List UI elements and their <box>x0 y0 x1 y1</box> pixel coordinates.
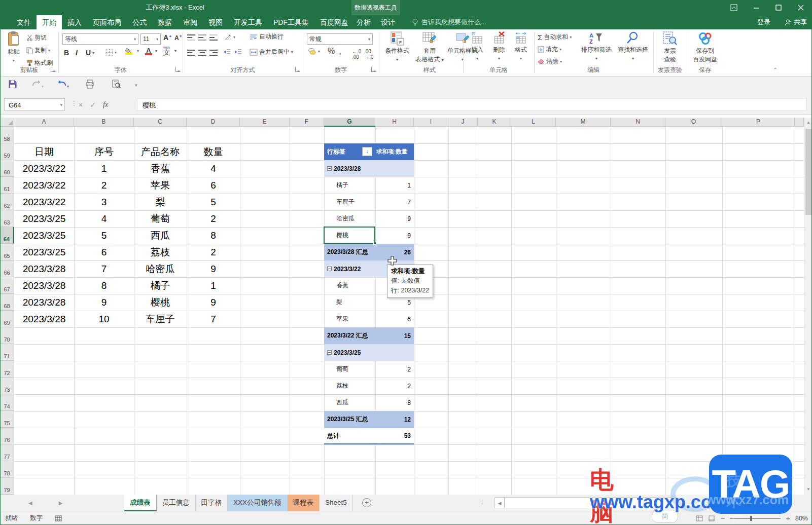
cancel-entry-icon[interactable]: × <box>79 101 83 109</box>
bold-button[interactable]: B <box>64 49 69 57</box>
column-header-A[interactable]: A <box>14 118 74 127</box>
data-cell[interactable]: 6 <box>187 177 240 194</box>
pivot-subtotal-row[interactable]: 2023/3/25 汇总12 <box>324 411 414 428</box>
row-header-64[interactable]: 64 <box>0 227 14 244</box>
align-center-icon[interactable] <box>198 49 207 57</box>
data-header-cell[interactable]: 数量 <box>187 143 240 160</box>
data-cell[interactable]: 哈密瓜 <box>134 260 187 277</box>
horizontal-scroll-track[interactable] <box>505 497 677 508</box>
data-cell[interactable]: 苹果 <box>134 177 187 194</box>
pivot-item-value[interactable]: 8 <box>375 394 414 411</box>
clipboard-dialog-launcher[interactable] <box>51 67 56 72</box>
pivot-subtotal-row[interactable]: 2023/3/22 汇总15 <box>324 327 414 344</box>
menu-tab-百度网盘[interactable]: 百度网盘 <box>314 15 354 29</box>
pivot-item-label[interactable]: 西瓜 <box>324 394 375 411</box>
data-header-cell[interactable]: 日期 <box>14 143 74 160</box>
pivot-item-value[interactable]: 2 <box>375 378 414 394</box>
column-header-I[interactable]: I <box>414 118 448 127</box>
insert-function-icon[interactable]: fx <box>103 101 108 109</box>
row-header-78[interactable]: 78 <box>0 461 14 478</box>
scroll-down-icon[interactable]: ▼ <box>805 485 812 494</box>
pivot-value-header[interactable]: 求和项:数量 <box>375 143 414 160</box>
menu-tab-视图[interactable]: 视图 <box>203 15 228 29</box>
column-header-B[interactable]: B <box>74 118 134 127</box>
data-cell[interactable]: 2 <box>187 210 240 227</box>
column-header-K[interactable]: K <box>478 118 511 127</box>
sheet-tab-XXX公司销售额[interactable]: XXX公司销售额 <box>228 495 288 511</box>
insert-cells-button[interactable]: 插入▾ <box>467 31 487 61</box>
pivot-item-value[interactable]: 6 <box>375 311 414 327</box>
clear-button[interactable]: 清除▾ <box>538 57 562 66</box>
row-header-70[interactable]: 70 <box>0 327 14 344</box>
row-header-76[interactable]: 76 <box>0 428 14 444</box>
collapse-icon[interactable] <box>327 350 332 355</box>
data-cell[interactable]: 2023/3/25 <box>14 210 74 227</box>
data-cell[interactable]: 葡萄 <box>134 210 187 227</box>
tabstrip-divider[interactable]: ⋮ <box>479 499 485 505</box>
sheet-tab-田字格[interactable]: 田字格 <box>196 495 228 511</box>
pivot-item-label[interactable]: 橘子 <box>324 177 375 194</box>
conditional-formatting-button[interactable]: ≠ 条件格式▾ <box>382 31 412 62</box>
data-cell[interactable]: 2023/3/28 <box>14 260 74 277</box>
close-button[interactable] <box>790 0 812 15</box>
decrease-font-button[interactable]: A▼ <box>174 34 183 42</box>
sheet-prev-icon[interactable]: ◀ <box>28 500 32 506</box>
pivot-group-row[interactable]: 2023/3/25 <box>324 344 414 361</box>
row-header-59[interactable]: 59 <box>0 143 14 160</box>
pivot-item-value[interactable]: 2 <box>375 361 414 378</box>
redo-button[interactable]: ▾ <box>31 80 44 89</box>
row-header-71[interactable]: 71 <box>0 344 14 361</box>
pivot-item-value[interactable]: 1 <box>375 177 414 194</box>
data-cell[interactable]: 5 <box>74 227 134 244</box>
data-header-cell[interactable]: 产品名称 <box>134 143 187 160</box>
sheet-tab-员工信息[interactable]: 员工信息 <box>157 495 196 511</box>
new-sheet-button[interactable]: + <box>362 498 371 507</box>
row-header-72[interactable]: 72 <box>0 361 14 378</box>
qat-customize-button[interactable]: ▾ <box>135 83 137 88</box>
sheet-next-icon[interactable]: ▶ <box>59 500 63 506</box>
column-header-F[interactable]: F <box>290 118 324 127</box>
menu-tab-开始[interactable]: 开始 <box>37 15 62 29</box>
increase-indent-button[interactable] <box>234 49 242 55</box>
confirm-entry-icon[interactable]: ✓ <box>90 101 96 109</box>
pivot-item-label[interactable]: 荔枝 <box>324 378 375 394</box>
pivot-item-label[interactable]: 车厘子 <box>324 194 375 210</box>
find-select-button[interactable]: 查找和选择▾ <box>615 31 651 61</box>
row-header-74[interactable]: 74 <box>0 394 14 411</box>
row-header-66[interactable]: 66 <box>0 260 14 277</box>
contextual-tab-分析[interactable]: 分析 <box>357 15 371 29</box>
print-preview-button[interactable] <box>112 80 121 90</box>
collapse-icon[interactable] <box>327 166 332 171</box>
data-cell[interactable]: 4 <box>187 160 240 177</box>
print-button[interactable] <box>85 80 95 90</box>
percent-style-button[interactable]: % <box>328 47 335 56</box>
row-header-58[interactable]: 58 <box>0 127 14 143</box>
column-header-P[interactable]: P <box>722 118 795 127</box>
row-header-63[interactable]: 63 <box>0 210 14 227</box>
scroll-up-icon[interactable]: ▲ <box>805 119 812 127</box>
column-header-L[interactable]: L <box>511 118 556 127</box>
data-cell[interactable]: 9 <box>74 294 134 311</box>
pivot-item-label[interactable]: 苹果 <box>324 311 375 327</box>
data-cell[interactable]: 梨 <box>134 194 187 210</box>
pivot-item-value[interactable]: 7 <box>375 194 414 210</box>
row-header-62[interactable]: 62 <box>0 194 14 210</box>
increase-decimal-button[interactable]: ←.0.00 <box>352 49 361 60</box>
align-bottom-icon[interactable] <box>209 33 218 42</box>
font-name-combo[interactable]: 等线▾ <box>62 33 138 45</box>
name-box-dropdown-icon[interactable]: ▾ <box>60 99 62 111</box>
data-cell[interactable]: 4 <box>74 210 134 227</box>
zoom-slider-thumb[interactable] <box>750 516 752 521</box>
data-cell[interactable]: 2023/3/22 <box>14 177 74 194</box>
zoom-slider[interactable] <box>730 518 781 519</box>
autosum-button[interactable]: Σ自动求和▾ <box>538 33 572 42</box>
data-cell[interactable]: 6 <box>74 244 134 260</box>
column-header-J[interactable]: J <box>448 118 478 127</box>
row-header-69[interactable]: 69 <box>0 311 14 327</box>
data-cell[interactable]: 5 <box>187 194 240 210</box>
font-size-combo[interactable]: 11▾ <box>140 33 161 45</box>
vertical-scrollbar[interactable]: ▲ ▼ <box>804 118 812 495</box>
row-header-68[interactable]: 68 <box>0 294 14 311</box>
pivot-sort-filter-button[interactable]: ↓ <box>362 147 372 156</box>
column-header-O[interactable]: O <box>665 118 722 127</box>
